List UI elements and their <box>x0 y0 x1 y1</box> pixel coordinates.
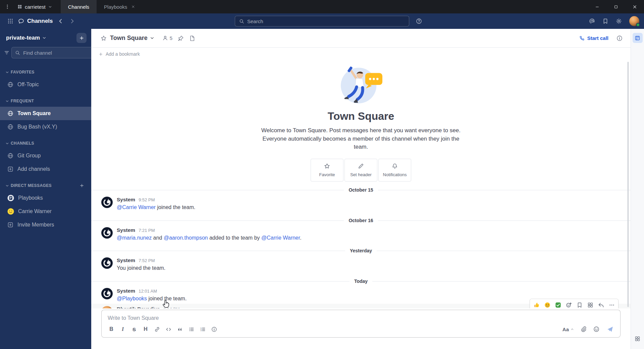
sidebar-item-town-square[interactable]: Town Square <box>0 107 91 120</box>
find-channel-input[interactable] <box>23 50 90 56</box>
sidebar-item-git-group[interactable]: Git Group <box>0 149 91 162</box>
sidebar-item-invite-members[interactable]: Invite Members <box>0 218 91 232</box>
boards-app-button[interactable] <box>633 33 643 43</box>
close-button[interactable] <box>625 0 644 13</box>
mattermost-logo-icon <box>101 288 113 299</box>
intro-action-favorite[interactable]: Favorite <box>311 159 343 182</box>
sidebar-item-bug-bash-vx-y[interactable]: Bug Bash (vX.Y) <box>0 120 91 134</box>
message-author[interactable]: Bhautik Bavadiya <box>117 306 160 308</box>
smile-reaction-button[interactable] <box>542 300 552 308</box>
channel-filter-button[interactable] <box>4 48 9 58</box>
group-label: FAVORITES <box>11 70 35 74</box>
add-bookmark-button[interactable]: Add a bookmark <box>91 48 631 60</box>
message-text-segment: added to the team by <box>208 235 261 241</box>
message-row[interactable]: System7:21 PM@maria.nunez and @aaron.tho… <box>91 225 631 243</box>
channel-menu[interactable]: Town Square <box>110 35 154 42</box>
reply-button[interactable] <box>596 300 606 308</box>
attach-file-button[interactable] <box>578 324 589 335</box>
server-switcher[interactable]: carrietest <box>15 0 57 13</box>
intro-action-set-header[interactable]: Set header <box>344 159 377 182</box>
format-strikethrough-button[interactable]: S <box>128 324 140 335</box>
search-input[interactable] <box>247 18 405 24</box>
product-switcher-button[interactable] <box>5 15 16 27</box>
system-avatar[interactable] <box>101 227 113 239</box>
minimize-icon <box>595 4 600 9</box>
maximize-button[interactable] <box>606 0 625 13</box>
format-numbered-list-button[interactable]: 123 <box>197 324 208 335</box>
intro-action-notifications[interactable]: Notifications <box>378 159 411 182</box>
system-avatar[interactable] <box>101 288 113 299</box>
history-back-button[interactable] <box>55 15 66 27</box>
format-code-button[interactable] <box>163 324 174 335</box>
save-message-button[interactable] <box>574 300 585 308</box>
format-quote-button[interactable] <box>174 324 185 335</box>
apps-button[interactable] <box>585 300 595 308</box>
message-row[interactable]: System7:52 PMYou joined the team. <box>91 255 631 273</box>
sidebar-item-playbooks[interactable]: Playbooks <box>0 191 91 205</box>
favorite-channel-button[interactable] <box>98 33 109 44</box>
close-tab-icon[interactable] <box>131 5 135 9</box>
team-menu[interactable]: private-team <box>6 35 46 41</box>
mention-link[interactable]: @maria.nunez <box>117 235 152 241</box>
channel-files-button[interactable] <box>186 33 198 44</box>
add-direct-message-button[interactable] <box>78 182 86 190</box>
sidebar-group-header[interactable]: FAVORITES <box>0 66 91 78</box>
saved-posts-button[interactable] <box>600 15 611 27</box>
message-author[interactable]: System <box>117 227 135 233</box>
format-heading-button[interactable]: H <box>140 324 151 335</box>
smile-icon <box>544 302 550 308</box>
tab-channels[interactable]: Channels <box>61 0 97 13</box>
send-message-button[interactable] <box>603 324 617 335</box>
channel-name: Carrie Warner <box>18 208 52 214</box>
profile-avatar[interactable] <box>629 16 639 26</box>
search-box[interactable] <box>235 16 409 27</box>
pinned-posts-button[interactable] <box>175 33 186 44</box>
more-button[interactable] <box>606 300 617 308</box>
app-menu-button[interactable] <box>0 0 15 13</box>
find-channel-box[interactable] <box>11 47 94 58</box>
quote-icon <box>177 327 183 332</box>
system-avatar[interactable] <box>101 197 113 208</box>
help-button[interactable] <box>413 15 425 27</box>
history-forward-button[interactable] <box>66 15 78 27</box>
thumbsup-reaction-button[interactable] <box>531 300 542 308</box>
minimize-button[interactable] <box>588 0 606 13</box>
emoji-picker-button[interactable] <box>591 324 602 335</box>
toggle-formatting-button[interactable]: Aa <box>560 324 577 335</box>
mention-link[interactable]: @aaron.thompson <box>164 235 208 241</box>
sidebar-group-header[interactable]: FREQUENT <box>0 95 91 107</box>
message-input[interactable] <box>102 310 620 323</box>
sidebar-group-header[interactable]: CHANNELS <box>0 138 91 149</box>
sidebar-item-carrie-warner[interactable]: Carrie Warner <box>0 205 91 218</box>
recent-mentions-button[interactable] <box>586 15 598 27</box>
plus-icon <box>79 183 84 188</box>
message-row[interactable]: System9:52 PM@Carrie Warner joined the t… <box>91 194 631 213</box>
format-link-button[interactable] <box>151 324 163 335</box>
tab-playbooks[interactable]: Playbooks <box>97 0 143 13</box>
sidebar-item-add-channels[interactable]: Add channels <box>0 162 91 176</box>
scrollbar[interactable] <box>627 62 629 307</box>
start-call-button[interactable]: Start call <box>576 33 612 44</box>
format-bulleted-list-button[interactable] <box>185 324 197 335</box>
format-bold-button[interactable]: B <box>106 324 117 335</box>
message-author[interactable]: System <box>117 257 135 263</box>
message-author[interactable]: System <box>117 197 135 203</box>
system-avatar[interactable] <box>101 257 113 269</box>
add-channels-plus-button[interactable] <box>76 33 87 43</box>
channel-info-button[interactable] <box>614 33 625 44</box>
format-italic-button[interactable]: I <box>117 324 128 335</box>
format-priority-button[interactable] <box>208 324 220 335</box>
channel-members-button[interactable]: 5 <box>160 33 175 44</box>
apps-button[interactable] <box>633 334 643 344</box>
mention-link[interactable]: @Playbooks <box>117 296 147 301</box>
mention-link[interactable]: @Carrie Warner <box>117 204 156 210</box>
sidebar-item-off-topic[interactable]: Off-Topic <box>0 78 91 91</box>
message-author[interactable]: System <box>117 288 135 294</box>
add-reaction-button[interactable] <box>564 300 574 308</box>
user-avatar[interactable] <box>101 306 113 308</box>
white-check-mark-reaction-button[interactable] <box>553 300 563 308</box>
sidebar-group-header[interactable]: DIRECT MESSAGES <box>0 180 91 191</box>
message-row[interactable]: Bhautik Bavadiya2:14 PMTime is 19:50Edit… <box>91 304 631 308</box>
mention-link[interactable]: @Carrie Warner <box>261 235 300 241</box>
settings-button[interactable] <box>613 15 625 27</box>
